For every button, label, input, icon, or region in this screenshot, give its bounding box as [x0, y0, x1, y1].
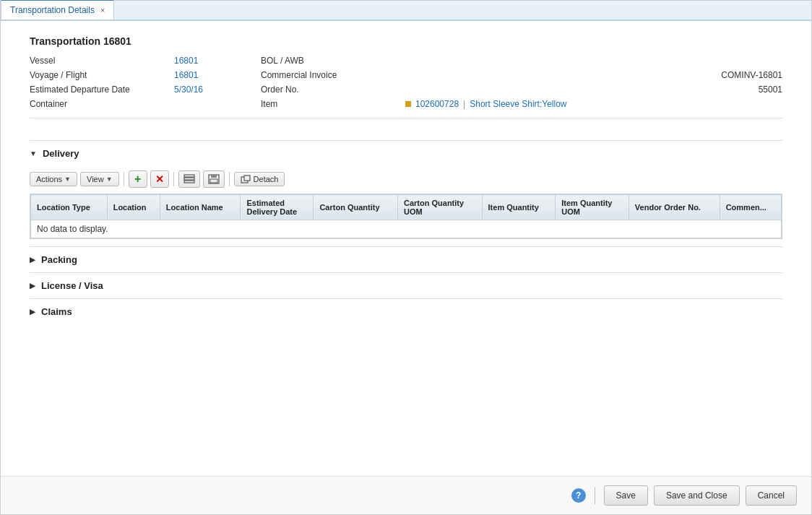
- no-data-message: No data to display.: [31, 220, 782, 238]
- vessel-label: Vessel: [30, 56, 174, 66]
- delete-icon: ✕: [155, 173, 164, 185]
- item-id[interactable]: 102600728: [415, 99, 459, 109]
- svg-rect-0: [184, 175, 194, 177]
- actions-dropdown-icon: ▼: [64, 176, 71, 183]
- vessel-value[interactable]: 16801: [174, 56, 261, 66]
- col-comments[interactable]: Commen...: [720, 195, 781, 220]
- tab-transportation-details[interactable]: Transportation Details ×: [1, 0, 114, 20]
- claims-collapse-icon: ▶: [30, 308, 35, 316]
- delivery-table-container[interactable]: Location Type Location Location Name Est…: [30, 194, 782, 239]
- col-location-name[interactable]: Location Name: [160, 195, 241, 220]
- svg-rect-1: [184, 178, 194, 180]
- toolbar-divider-1: [124, 172, 124, 186]
- delivery-toolbar: Actions ▼ View ▼ + ✕: [30, 166, 782, 194]
- packing-collapse-icon: ▶: [30, 256, 35, 264]
- delete-button[interactable]: ✕: [150, 170, 169, 188]
- transport-section: Transportation 16801 Vessel 16801 BOL / …: [30, 35, 782, 126]
- delivery-collapse-icon: ▼: [30, 150, 37, 157]
- bol-value: [405, 56, 782, 66]
- toolbar-divider-2: [173, 172, 174, 186]
- save-grid-icon: [208, 174, 220, 184]
- claims-section: ▶ Claims: [30, 298, 782, 324]
- detach-icon: [241, 175, 251, 183]
- view-label: View: [87, 175, 104, 183]
- departure-value[interactable]: 5/30/16: [174, 85, 261, 95]
- transport-info-grid: Vessel 16801 BOL / AWB Voyage / Flight 1…: [30, 56, 782, 118]
- footer-divider: [595, 487, 595, 504]
- save-grid-button[interactable]: [203, 170, 225, 188]
- delivery-section-content: Actions ▼ View ▼ + ✕: [30, 166, 782, 246]
- footer: ? Save Save and Close Cancel: [1, 476, 811, 514]
- add-icon: +: [134, 173, 141, 186]
- packing-section: ▶ Packing: [30, 246, 782, 272]
- claims-section-label: Claims: [41, 306, 72, 317]
- container-value: [174, 99, 261, 109]
- license-visa-section-header[interactable]: ▶ License / Visa: [30, 273, 782, 298]
- view-button[interactable]: View ▼: [80, 172, 119, 186]
- delivery-section: ▼ Delivery Actions ▼ View ▼ +: [30, 140, 782, 246]
- license-visa-section-label: License / Visa: [41, 280, 103, 291]
- container-label: Container: [30, 99, 174, 109]
- col-vendor-order-no[interactable]: Vendor Order No.: [629, 195, 720, 220]
- license-visa-collapse-icon: ▶: [30, 282, 35, 290]
- voyage-value[interactable]: 16801: [174, 70, 261, 80]
- order-no-label: Order No.: [261, 85, 405, 95]
- cancel-button[interactable]: Cancel: [746, 485, 797, 506]
- delivery-section-label: Delivery: [43, 148, 79, 159]
- toolbar-divider-3: [229, 172, 230, 186]
- item-separator: |: [463, 99, 465, 109]
- license-visa-section: ▶ License / Visa: [30, 272, 782, 298]
- tab-label: Transportation Details: [10, 5, 95, 15]
- main-content: Transportation 16801 Vessel 16801 BOL / …: [1, 21, 811, 476]
- col-carton-quantity-uom[interactable]: Carton QuantityUOM: [397, 195, 482, 220]
- actions-button[interactable]: Actions ▼: [30, 172, 77, 186]
- col-location[interactable]: Location: [107, 195, 160, 220]
- help-button[interactable]: ?: [571, 488, 586, 503]
- packing-section-header[interactable]: ▶ Packing: [30, 247, 782, 272]
- save-button[interactable]: Save: [604, 485, 648, 506]
- departure-label: Estimated Departure Date: [30, 85, 174, 95]
- claims-section-header[interactable]: ▶ Claims: [30, 299, 782, 324]
- voyage-label: Voyage / Flight: [30, 70, 174, 80]
- detach-button[interactable]: Detach: [234, 172, 285, 186]
- detach-label: Detach: [254, 175, 279, 183]
- save-and-close-button[interactable]: Save and Close: [654, 485, 740, 506]
- table-header-row: Location Type Location Location Name Est…: [31, 195, 782, 220]
- col-item-quantity-uom[interactable]: Item QuantityUOM: [556, 195, 629, 220]
- delivery-section-header[interactable]: ▼ Delivery: [30, 141, 782, 166]
- main-window: Transportation Details × Transportation …: [0, 0, 812, 515]
- svg-rect-7: [244, 176, 250, 181]
- actions-label: Actions: [36, 175, 62, 183]
- svg-rect-2: [184, 181, 194, 183]
- view-dropdown-icon: ▼: [106, 176, 113, 183]
- col-carton-quantity[interactable]: Carton Quantity: [314, 195, 398, 220]
- commercial-invoice-value[interactable]: COMINV-16801: [405, 70, 782, 80]
- svg-rect-5: [210, 179, 217, 183]
- item-dot-icon: [405, 101, 411, 107]
- col-item-quantity[interactable]: Item Quantity: [482, 195, 556, 220]
- bol-label: BOL / AWB: [261, 56, 405, 66]
- col-estimated-delivery-date[interactable]: EstimatedDelivery Date: [241, 195, 314, 220]
- col-location-type[interactable]: Location Type: [31, 195, 108, 220]
- tab-close-icon[interactable]: ×: [100, 7, 105, 14]
- svg-rect-4: [211, 175, 217, 178]
- item-name[interactable]: Short Sleeve Shirt:Yellow: [470, 99, 566, 109]
- order-no-value: 55001: [405, 85, 782, 95]
- delivery-table: Location Type Location Location Name Est…: [30, 194, 782, 238]
- edit-grid-button[interactable]: [178, 170, 200, 188]
- transport-title: Transportation 16801: [30, 35, 782, 47]
- item-label: Item: [261, 99, 405, 109]
- item-row: 102600728 | Short Sleeve Shirt:Yellow: [405, 99, 782, 109]
- edit-grid-icon: [183, 174, 195, 184]
- tab-bar: Transportation Details ×: [1, 1, 811, 21]
- table-no-data-row: No data to display.: [31, 220, 782, 238]
- commercial-invoice-label: Commercial Invoice: [261, 70, 405, 80]
- packing-section-label: Packing: [41, 254, 77, 265]
- add-button[interactable]: +: [129, 170, 147, 188]
